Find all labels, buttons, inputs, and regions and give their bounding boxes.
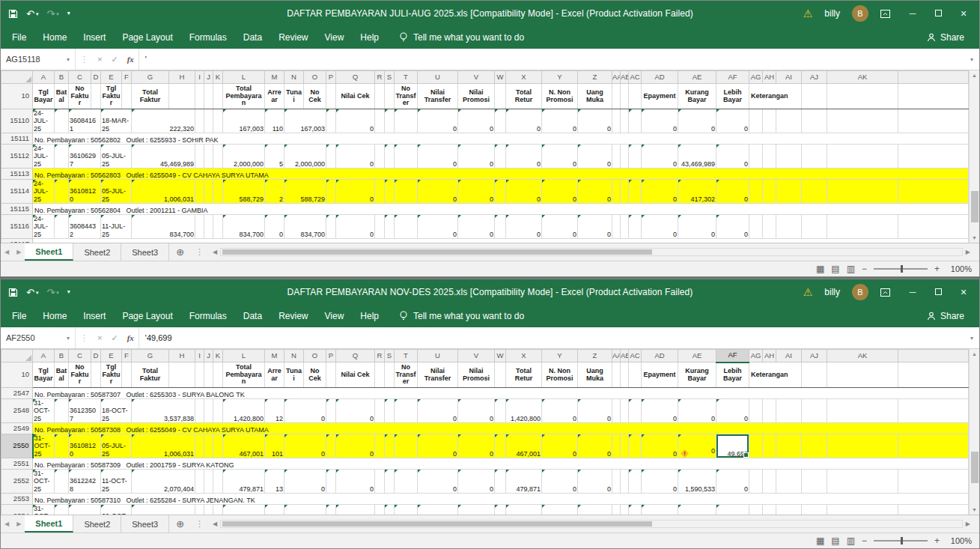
cell-K2548[interactable]	[213, 399, 223, 423]
cell-AF15112[interactable]: 0	[716, 145, 749, 169]
cell-S2548[interactable]	[385, 399, 395, 423]
cell-AE15110[interactable]: 0	[678, 109, 716, 133]
cell-P15112[interactable]	[326, 145, 336, 169]
new-sheet-button[interactable]: ⊕	[169, 243, 191, 261]
formula-input[interactable]: '49,699	[139, 327, 964, 348]
select-all-corner[interactable]	[1, 71, 33, 84]
cell-M15114[interactable]: 2	[265, 180, 284, 204]
cell-U2552[interactable]: 0	[418, 470, 458, 494]
redo-icon[interactable]: ↷▾	[46, 9, 58, 19]
tab-scrollbar-splitter[interactable]: ⋮	[191, 515, 208, 533]
cell-N2550[interactable]: 0	[284, 434, 326, 458]
zoom-slider-thumb[interactable]	[901, 265, 903, 273]
cell-L2552[interactable]: 479,871	[223, 470, 265, 494]
column-header-AH[interactable]: AH	[763, 71, 776, 84]
column-header-J[interactable]: J	[204, 71, 213, 84]
name-box[interactable]: AG15118 ▾	[1, 49, 76, 70]
column-header-W[interactable]: W	[495, 71, 506, 84]
column-header-AI[interactable]: AI	[776, 350, 802, 363]
page-break-view-icon[interactable]: ▥	[847, 536, 855, 546]
cell-AF15110[interactable]: 0	[716, 109, 749, 133]
cell-E2548[interactable]: 18-OCT-25	[101, 399, 132, 423]
zoom-slider[interactable]	[874, 540, 928, 542]
cell-N15114[interactable]: 588,729	[284, 180, 326, 204]
cell-G2550[interactable]: 1,006,031	[132, 434, 195, 458]
cell-R15110[interactable]	[375, 109, 385, 133]
column-header-H[interactable]: H	[169, 350, 195, 363]
cell-AI2552[interactable]	[776, 470, 802, 494]
cell-J15110[interactable]	[204, 109, 213, 133]
column-header-P[interactable]: P	[326, 350, 336, 363]
cell-E15116[interactable]: 11-JUL-25	[101, 215, 132, 239]
cell-A15114[interactable]: 24-JUL-25	[33, 180, 55, 204]
undo-icon[interactable]: ↶▾	[26, 9, 38, 19]
cell-X15114[interactable]: 0	[506, 180, 542, 204]
ribbon-tab-view[interactable]: View	[317, 307, 353, 325]
column-header-B[interactable]: B	[55, 71, 69, 84]
vertical-scrollbar[interactable]: ▲ ▼	[969, 349, 979, 515]
tab-scrollbar-splitter[interactable]: ⋮	[191, 243, 208, 261]
row-header-2548[interactable]: 2548	[1, 399, 33, 423]
cell-AG15110[interactable]	[749, 109, 763, 133]
cell-G15110[interactable]: 222,320	[132, 109, 195, 133]
cell-N2548[interactable]: 0	[284, 399, 326, 423]
payment-info-cell[interactable]: No. Pembayaran : 50562805 Outlet : 62574…	[33, 239, 969, 243]
cell-R2554[interactable]	[375, 505, 385, 515]
column-header-U[interactable]: U	[418, 71, 458, 84]
cell-Z15114[interactable]: 0	[578, 180, 612, 204]
cell-AI2550[interactable]	[776, 434, 802, 458]
formula-input[interactable]: '	[139, 49, 964, 70]
cell-R2550[interactable]	[375, 434, 385, 458]
cell-AD2550[interactable]: 0	[642, 434, 678, 458]
column-header-F[interactable]: F	[122, 71, 132, 84]
column-header-U[interactable]: U	[418, 350, 458, 363]
close-button[interactable]: ×	[957, 286, 970, 298]
column-header-D[interactable]: D	[91, 71, 101, 84]
column-header-AE[interactable]: AE	[678, 71, 716, 84]
zoom-level[interactable]: 100%	[946, 264, 972, 273]
user-name[interactable]: billy	[824, 8, 840, 19]
new-sheet-button[interactable]: ⊕	[169, 515, 191, 533]
cell-Z2552[interactable]: 0	[578, 470, 612, 494]
cell-N15116[interactable]: 834,700	[284, 215, 326, 239]
column-header-R[interactable]: R	[375, 350, 385, 363]
cell-L15112[interactable]: 2,000,000	[223, 145, 265, 169]
column-header-AF[interactable]: AF	[716, 71, 749, 84]
cell-M15116[interactable]: 0	[265, 215, 284, 239]
cell-Z15112[interactable]: 0	[578, 145, 612, 169]
row-header-15112[interactable]: 15112	[1, 145, 33, 169]
ribbon-tab-review[interactable]: Review	[270, 28, 316, 46]
cell-L2550[interactable]: 467,001	[223, 434, 265, 458]
ribbon-tab-page-layout[interactable]: Page Layout	[114, 307, 180, 325]
cell-AC2548[interactable]	[629, 399, 642, 423]
cell-E15110[interactable]: 18-MAR-25	[101, 109, 132, 133]
formula-bar-expand-icon[interactable]: ▾	[964, 335, 979, 342]
page-layout-view-icon[interactable]: ▤	[831, 536, 839, 546]
cell-P2550[interactable]	[326, 434, 336, 458]
column-header-AA[interactable]: AA	[612, 350, 621, 363]
column-header-J[interactable]: J	[204, 350, 213, 363]
cell-AB15116[interactable]	[621, 215, 629, 239]
name-box-dropdown-icon[interactable]: ▾	[67, 56, 70, 63]
scroll-right-icon[interactable]: ▶	[963, 521, 973, 527]
ribbon-tab-home[interactable]: Home	[34, 307, 75, 325]
cell-AD2554[interactable]: 0	[642, 505, 678, 515]
row-header-2554[interactable]: 2554	[1, 505, 33, 515]
cell-AI15116[interactable]	[776, 215, 802, 239]
cell-AJ15116[interactable]	[802, 215, 827, 239]
zoom-slider-thumb[interactable]	[901, 537, 903, 545]
cell-AE2550[interactable]: !0	[678, 434, 716, 458]
sheet-tab-sheet1[interactable]: Sheet1	[25, 243, 73, 261]
column-header-M[interactable]: M	[265, 350, 284, 363]
column-header-M[interactable]: M	[265, 71, 284, 84]
save-icon[interactable]	[8, 9, 18, 19]
cell-AE15114[interactable]: 417,302	[678, 180, 716, 204]
cell-U2548[interactable]: 0	[418, 399, 458, 423]
name-box[interactable]: AF2550 ▾	[1, 327, 76, 348]
cell-AI2554[interactable]	[776, 505, 802, 515]
cell-Z2554[interactable]: 0	[578, 505, 612, 515]
ribbon-tab-file[interactable]: File	[4, 28, 34, 46]
cell-M2550[interactable]: 101	[265, 434, 284, 458]
cell-K15116[interactable]	[213, 215, 223, 239]
cell-A2550[interactable]: 31-OCT-25	[33, 434, 55, 458]
